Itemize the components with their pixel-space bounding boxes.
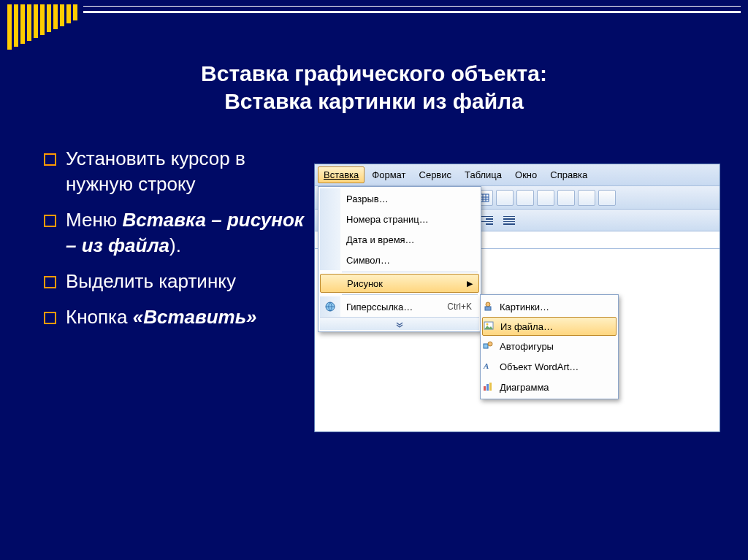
- toolbar-button[interactable]: [598, 190, 616, 206]
- toolbar-button[interactable]: [496, 190, 514, 206]
- submenu-item-chart[interactable]: Диаграмма: [482, 377, 617, 397]
- svg-rect-13: [484, 386, 486, 391]
- bullet-3: Выделить картинку: [44, 269, 307, 294]
- menu-item-hyperlink[interactable]: Гиперссылка… Ctrl+K: [320, 296, 479, 317]
- submenu-item-clipart[interactable]: Картинки…: [482, 296, 617, 317]
- title-line-2: Вставка картинки из файла: [0, 88, 748, 115]
- slide-header-decoration: [7, 4, 741, 50]
- svg-text:A: A: [483, 361, 489, 370]
- menubar: Вставка Формат Сервис Таблица Окно Справ…: [315, 164, 720, 186]
- menu-format[interactable]: Формат: [366, 166, 411, 183]
- submenu-item-from-file[interactable]: Из файла…: [482, 317, 617, 336]
- svg-point-11: [488, 342, 492, 346]
- svg-rect-10: [484, 344, 488, 348]
- align-justify-button[interactable]: [500, 212, 518, 229]
- picture-submenu: Картинки… Из файла… Автофигуры A Объект …: [480, 294, 619, 399]
- submenu-arrow-icon: ▶: [467, 279, 478, 288]
- insert-dropdown: Разрыв… Номера страниц… Дата и время… Си…: [318, 186, 481, 332]
- menu-separator: [342, 272, 478, 272]
- wordart-icon: A: [482, 360, 494, 374]
- blank-icon: [320, 250, 340, 270]
- menu-item-symbol[interactable]: Символ…: [320, 250, 479, 270]
- blank-icon: [321, 275, 341, 292]
- bullet-4: Кнопка «Вставить»: [44, 304, 307, 330]
- from-file-icon: [483, 320, 495, 334]
- title-line-1: Вставка графического объекта:: [0, 60, 748, 88]
- svg-point-9: [486, 323, 489, 325]
- toolbar-button[interactable]: [537, 190, 554, 206]
- chart-icon: [482, 380, 494, 394]
- svg-point-6: [486, 302, 490, 307]
- svg-rect-14: [486, 384, 489, 391]
- toolbar-button[interactable]: [578, 190, 595, 206]
- menu-item-picture[interactable]: Рисунок ▶: [320, 274, 479, 293]
- hyperlink-icon: [320, 296, 340, 317]
- menu-expand-button[interactable]: [320, 317, 479, 330]
- menu-item-page-numbers[interactable]: Номера страниц…: [320, 209, 479, 229]
- menu-table[interactable]: Таблица: [459, 166, 508, 183]
- bullet-1: Установить курсор в нужную строку: [44, 146, 307, 197]
- bullet-list: Установить курсор в нужную строку Меню В…: [44, 146, 307, 341]
- bullet-2: Меню Вставка – рисунок – из файла).: [44, 207, 307, 258]
- header-lines: [77, 4, 741, 13]
- menu-item-break[interactable]: Разрыв…: [320, 188, 479, 209]
- menu-separator: [342, 294, 478, 295]
- svg-rect-15: [489, 383, 492, 391]
- menu-insert[interactable]: Вставка: [318, 166, 365, 183]
- blank-icon: [320, 209, 340, 229]
- blank-icon: [320, 229, 340, 250]
- toolbar-button[interactable]: [557, 190, 575, 206]
- submenu-item-wordart[interactable]: A Объект WordArt…: [482, 356, 617, 377]
- slide-title: Вставка графического объекта: Вставка ка…: [0, 60, 748, 115]
- autoshapes-icon: [482, 340, 494, 353]
- menu-window[interactable]: Окно: [509, 166, 543, 183]
- menu-service[interactable]: Сервис: [413, 166, 458, 183]
- menu-item-date-time[interactable]: Дата и время…: [320, 229, 479, 250]
- submenu-item-autoshapes[interactable]: Автофигуры: [482, 336, 617, 356]
- decorative-bars: [7, 4, 77, 50]
- word-screenshot: Вставка Формат Сервис Таблица Окно Справ…: [314, 164, 720, 432]
- menu-help[interactable]: Справка: [544, 166, 593, 183]
- clipart-icon: [482, 300, 494, 314]
- toolbar-button[interactable]: [516, 190, 534, 206]
- blank-icon: [320, 188, 340, 209]
- svg-rect-7: [485, 307, 491, 310]
